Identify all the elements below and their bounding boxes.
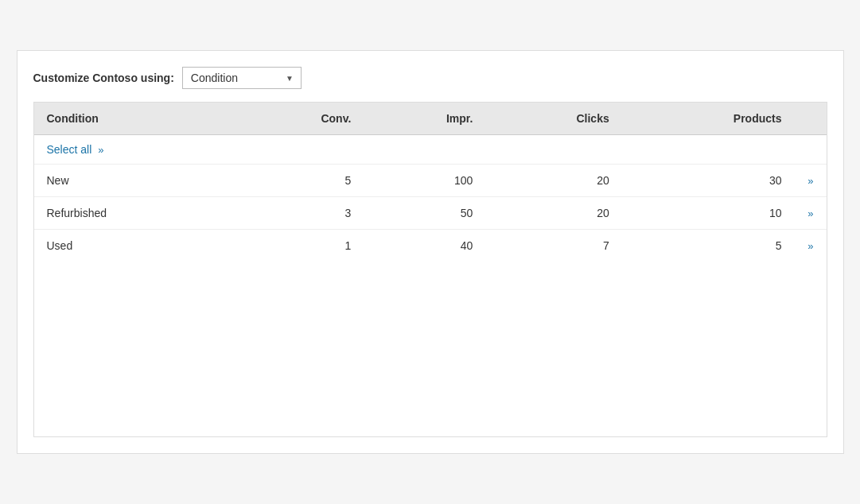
cell-impr: 50 [364, 197, 485, 230]
col-header-products: Products [622, 103, 795, 135]
table-body: Select all » New51002030»Refurbished3502… [34, 135, 827, 262]
row-chevron-cell[interactable]: » [795, 197, 827, 230]
select-all-chevron: » [98, 144, 103, 156]
col-header-conv: Conv. [234, 103, 364, 135]
condition-select-wrapper[interactable]: ConditionBrandCategoryProduct type [182, 67, 302, 89]
row-chevron-icon: » [807, 175, 813, 187]
row-chevron-icon: » [807, 207, 813, 219]
select-all-link[interactable]: Select all » [47, 143, 104, 156]
col-header-impr: Impr. [364, 103, 485, 135]
cell-conv: 1 [234, 230, 364, 262]
table-row: Refurbished3502010» [34, 197, 827, 230]
row-chevron-cell[interactable]: » [795, 230, 827, 262]
col-header-clicks: Clicks [485, 103, 621, 135]
cell-conv: 5 [234, 165, 364, 197]
col-header-action [795, 103, 827, 135]
cell-condition: Refurbished [34, 197, 234, 230]
data-table: Condition Conv. Impr. Clicks Products Se… [34, 103, 827, 262]
data-table-container: Condition Conv. Impr. Clicks Products Se… [33, 102, 827, 437]
cell-clicks: 20 [485, 197, 621, 230]
cell-products: 30 [622, 165, 795, 197]
cell-clicks: 20 [485, 165, 621, 197]
table-row: Used14075» [34, 230, 827, 262]
customize-bar: Customize Contoso using: ConditionBrandC… [33, 67, 827, 89]
row-chevron-cell[interactable]: » [795, 165, 827, 197]
col-header-condition: Condition [34, 103, 234, 135]
select-all-row: Select all » [34, 135, 827, 165]
cell-conv: 3 [234, 197, 364, 230]
cell-clicks: 7 [485, 230, 621, 262]
table-header: Condition Conv. Impr. Clicks Products [34, 103, 827, 135]
page-wrapper: Customize Contoso using: ConditionBrandC… [17, 50, 844, 454]
cell-impr: 40 [364, 230, 485, 262]
empty-area [34, 262, 827, 436]
cell-products: 5 [622, 230, 795, 262]
customize-label: Customize Contoso using: [33, 72, 174, 84]
cell-condition: New [34, 165, 234, 197]
table-row: New51002030» [34, 165, 827, 197]
select-all-cell: Select all » [34, 135, 827, 165]
cell-impr: 100 [364, 165, 485, 197]
row-chevron-icon: » [807, 240, 813, 252]
cell-condition: Used [34, 230, 234, 262]
condition-select[interactable]: ConditionBrandCategoryProduct type [182, 67, 302, 89]
select-all-label: Select all [47, 143, 92, 156]
cell-products: 10 [622, 197, 795, 230]
